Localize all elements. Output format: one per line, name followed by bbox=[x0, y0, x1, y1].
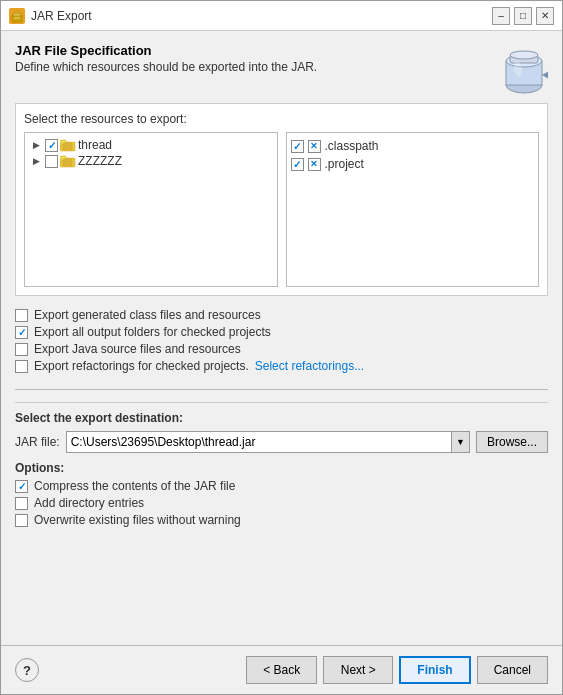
svg-rect-13 bbox=[63, 143, 72, 150]
label-java-source: Export Java source files and resources bbox=[34, 342, 241, 356]
jar-input-combo[interactable]: ▼ bbox=[66, 431, 470, 453]
svg-point-2 bbox=[15, 11, 19, 13]
checkmark-thread: ✓ bbox=[48, 140, 56, 151]
tree-label-thread: thread bbox=[78, 138, 112, 152]
tree-item-zzzzzz[interactable]: ▶ ZZZZZZ bbox=[29, 153, 273, 169]
svg-marker-10 bbox=[542, 69, 548, 81]
export-options-section: Export generated class files and resourc… bbox=[15, 304, 548, 377]
checkbox-gen-class[interactable] bbox=[15, 309, 28, 322]
title-bar: JAR Export – □ ✕ bbox=[1, 1, 562, 31]
title-bar-left: JAR Export bbox=[9, 8, 92, 24]
section-desc: Define which resources should be exporte… bbox=[15, 60, 317, 74]
title-bar-controls: – □ ✕ bbox=[492, 7, 554, 25]
checkbox-classpath[interactable]: ✓ bbox=[291, 140, 304, 153]
option-row-dir-entries: Add directory entries bbox=[15, 496, 548, 510]
checkmark-classpath: ✓ bbox=[293, 141, 301, 152]
option-row-compress: ✓ Compress the contents of the JAR file bbox=[15, 479, 548, 493]
browse-button[interactable]: Browse... bbox=[476, 431, 548, 453]
jar-export-window: JAR Export – □ ✕ JAR File Specification … bbox=[0, 0, 563, 695]
svg-point-8 bbox=[510, 51, 538, 59]
footer-right: < Back Next > Finish Cancel bbox=[246, 656, 548, 684]
label-overwrite: Overwrite existing files without warning bbox=[34, 513, 241, 527]
close-button[interactable]: ✕ bbox=[536, 7, 554, 25]
label-dir-entries: Add directory entries bbox=[34, 496, 144, 510]
resources-section: Select the resources to export: ▶ ✓ bbox=[15, 103, 548, 296]
tree-arrow-thread[interactable]: ▶ bbox=[29, 138, 43, 152]
main-content: JAR File Specification Define which reso… bbox=[1, 31, 562, 645]
section-title: JAR File Specification bbox=[15, 43, 317, 58]
jar-file-label: JAR file: bbox=[15, 435, 60, 449]
dest-options-section: ✓ Compress the contents of the JAR file … bbox=[15, 479, 548, 527]
checkbox-compress[interactable]: ✓ bbox=[15, 480, 28, 493]
right-item-project[interactable]: ✓ ✕ .project bbox=[291, 155, 535, 173]
option-row-refactorings: Export refactorings for checked projects… bbox=[15, 359, 548, 373]
window-title: JAR Export bbox=[31, 9, 92, 23]
next-button[interactable]: Next > bbox=[323, 656, 393, 684]
cancel-button[interactable]: Cancel bbox=[477, 656, 548, 684]
maximize-button[interactable]: □ bbox=[514, 7, 532, 25]
option-row-java-source: Export Java source files and resources bbox=[15, 342, 548, 356]
right-panel[interactable]: ✓ ✕ .classpath ✓ ✕ bbox=[286, 132, 540, 287]
checkmark-project: ✓ bbox=[293, 159, 301, 170]
left-panel[interactable]: ▶ ✓ thread bbox=[24, 132, 278, 287]
tree-arrow-zzzzzz[interactable]: ▶ bbox=[29, 154, 43, 168]
footer-left: ? bbox=[15, 658, 39, 682]
header-area: JAR File Specification Define which reso… bbox=[15, 43, 548, 95]
folder-icon-zzzzzz bbox=[60, 154, 76, 168]
combo-dropdown-arrow[interactable]: ▼ bbox=[451, 432, 469, 452]
tree-item-thread[interactable]: ▶ ✓ thread bbox=[29, 137, 273, 153]
checkmark-compress: ✓ bbox=[18, 481, 26, 492]
options-label: Options: bbox=[15, 461, 548, 475]
option-row-output-folders: ✓ Export all output folders for checked … bbox=[15, 325, 548, 339]
select-refactorings-link[interactable]: Select refactorings... bbox=[255, 359, 364, 373]
tree-label-zzzzzz: ZZZZZZ bbox=[78, 154, 122, 168]
header-text: JAR File Specification Define which reso… bbox=[15, 43, 317, 80]
jar-title-icon bbox=[9, 8, 25, 24]
svg-rect-3 bbox=[14, 17, 20, 19]
checkbox-java-source[interactable] bbox=[15, 343, 28, 356]
footer: ? < Back Next > Finish Cancel bbox=[1, 645, 562, 694]
check-x-classpath: ✕ bbox=[308, 140, 321, 153]
resources-label: Select the resources to export: bbox=[24, 112, 539, 126]
checkbox-dir-entries[interactable] bbox=[15, 497, 28, 510]
label-gen-class: Export generated class files and resourc… bbox=[34, 308, 261, 322]
label-refactorings: Export refactorings for checked projects… bbox=[34, 359, 249, 373]
jar-file-row: JAR file: ▼ Browse... bbox=[15, 431, 548, 453]
tree-checkbox-thread[interactable]: ✓ bbox=[45, 139, 58, 152]
checkmark-output-folders: ✓ bbox=[18, 327, 26, 338]
minimize-button[interactable]: – bbox=[492, 7, 510, 25]
folder-icon-thread bbox=[60, 138, 76, 152]
finish-button[interactable]: Finish bbox=[399, 656, 470, 684]
check-x-project: ✕ bbox=[308, 158, 321, 171]
jar-icon bbox=[500, 43, 548, 95]
label-compress: Compress the contents of the JAR file bbox=[34, 479, 235, 493]
dest-label: Select the export destination: bbox=[15, 411, 548, 425]
right-item-classpath[interactable]: ✓ ✕ .classpath bbox=[291, 137, 535, 155]
checkbox-output-folders[interactable]: ✓ bbox=[15, 326, 28, 339]
svg-rect-16 bbox=[63, 159, 72, 166]
checkbox-overwrite[interactable] bbox=[15, 514, 28, 527]
label-classpath: .classpath bbox=[325, 139, 379, 153]
label-project: .project bbox=[325, 157, 364, 171]
help-button[interactable]: ? bbox=[15, 658, 39, 682]
section-divider bbox=[15, 389, 548, 390]
checkbox-project[interactable]: ✓ bbox=[291, 158, 304, 171]
resources-panels: ▶ ✓ thread bbox=[24, 132, 539, 287]
label-output-folders: Export all output folders for checked pr… bbox=[34, 325, 271, 339]
checkbox-refactorings[interactable] bbox=[15, 360, 28, 373]
jar-file-input[interactable] bbox=[67, 432, 451, 452]
destination-section: Select the export destination: JAR file:… bbox=[15, 402, 548, 527]
option-row-gen-class: Export generated class files and resourc… bbox=[15, 308, 548, 322]
tree-checkbox-zzzzzz[interactable] bbox=[45, 155, 58, 168]
back-button[interactable]: < Back bbox=[246, 656, 317, 684]
option-row-overwrite: Overwrite existing files without warning bbox=[15, 513, 548, 527]
